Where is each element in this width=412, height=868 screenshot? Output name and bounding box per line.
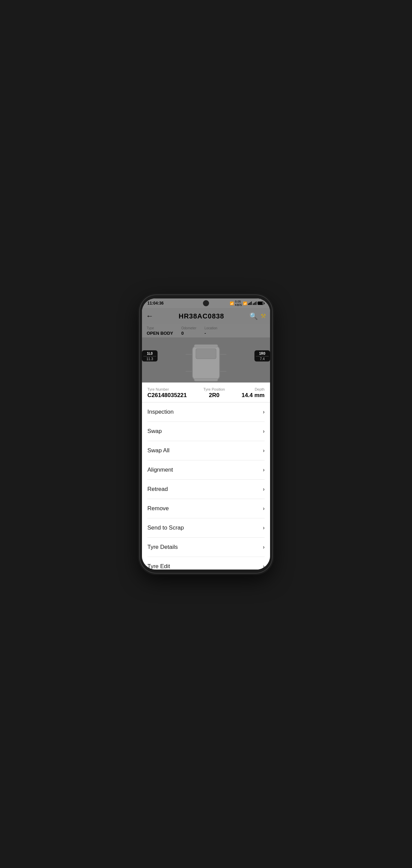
tyre-right-depth: 7.4 <box>260 357 265 361</box>
swap-chevron: › <box>263 428 265 434</box>
tyre-edit-label: Tyre Edit <box>147 563 170 570</box>
signal-icon-2 <box>253 302 256 305</box>
send-to-scrap-chevron: › <box>263 525 265 531</box>
inspection-chevron: › <box>263 409 265 415</box>
remove-label: Remove <box>147 505 169 512</box>
menu-item-alignment[interactable]: Alignment › <box>147 460 265 480</box>
menu-item-swap-all[interactable]: Swap All › <box>147 441 265 460</box>
tyre-number-col: Tyre Number C26148035221 <box>147 387 187 399</box>
network-speed: 0.05KB/S <box>235 300 242 307</box>
svg-rect-2 <box>194 378 218 381</box>
location-value: - <box>204 331 206 336</box>
inspection-label: Inspection <box>147 409 174 415</box>
tyre-depth-value: 14.4 mm <box>242 392 265 399</box>
tools-button[interactable]: ⚒ <box>261 312 266 320</box>
location-col: Location - <box>204 326 217 336</box>
tyre-edit-chevron: › <box>263 563 265 570</box>
swap-all-label: Swap All <box>147 447 169 454</box>
wifi-icon: 📶 <box>243 302 247 305</box>
odometer-label: Odometer <box>181 326 196 330</box>
menu-item-remove[interactable]: Remove › <box>147 499 265 518</box>
menu-item-tyre-edit[interactable]: Tyre Edit › <box>147 557 265 570</box>
type-col: Type OPEN BODY <box>147 326 173 336</box>
swap-all-chevron: › <box>263 448 265 454</box>
type-label: Type <box>147 326 173 330</box>
tyre-badge-left[interactable]: 1L0 11.3 <box>142 350 158 361</box>
app-background: ← HR38AC0838 🔍 ⚒ Type OPEN BODY Odometer… <box>142 308 270 383</box>
menu-item-inspection[interactable]: Inspection › <box>147 402 265 422</box>
vehicle-info-bar: Type OPEN BODY Odometer 0 Location - <box>142 324 270 337</box>
nav-bar: ← HR38AC0838 🔍 ⚒ <box>142 308 270 324</box>
camera-cutout <box>203 300 209 306</box>
menu-list: Inspection › Swap › Swap All › Alignment… <box>142 402 270 570</box>
retread-label: Retread <box>147 486 168 493</box>
menu-item-send-to-scrap[interactable]: Send to Scrap › <box>147 518 265 538</box>
alignment-label: Alignment <box>147 467 173 473</box>
menu-item-retread[interactable]: Retread › <box>147 480 265 499</box>
status-time: 11:04:36 <box>147 301 164 306</box>
remove-chevron: › <box>263 505 265 512</box>
battery-icon <box>258 302 265 305</box>
tyre-depth-col: Depth 14.4 mm <box>242 387 265 399</box>
tyre-details-chevron: › <box>263 544 265 550</box>
tyre-position-value: 2R0 <box>209 392 220 399</box>
location-label: Location <box>204 326 217 330</box>
status-icons: 📶 0.05KB/S 📶 <box>230 300 265 307</box>
tyre-number-label: Tyre Number <box>147 387 169 391</box>
tyre-depth-label: Depth <box>255 387 265 391</box>
odometer-value: 0 <box>181 331 184 336</box>
odometer-col: Odometer 0 <box>181 326 196 336</box>
bluetooth-icon: 📶 <box>230 302 234 305</box>
page-title: HR38AC0838 <box>156 312 247 320</box>
tyre-position-col: Tyre Position 2R0 <box>203 387 225 399</box>
tyre-left-id: 1L0 <box>143 352 156 356</box>
status-bar: 11:04:36 📶 0.05KB/S 📶 <box>142 298 270 308</box>
menu-item-tyre-details[interactable]: Tyre Details › <box>147 538 265 557</box>
tyre-header: Tyre Number C26148035221 Tyre Position 2… <box>142 383 270 402</box>
tyre-details-label: Tyre Details <box>147 544 178 551</box>
menu-item-swap[interactable]: Swap › <box>147 422 265 441</box>
send-to-scrap-label: Send to Scrap <box>147 524 184 531</box>
type-value: OPEN BODY <box>147 331 173 336</box>
tyre-position-label: Tyre Position <box>203 387 225 391</box>
search-button[interactable]: 🔍 <box>249 312 258 320</box>
signal-icon <box>248 302 252 305</box>
bottom-sheet: Tyre Number C26148035221 Tyre Position 2… <box>142 383 270 570</box>
back-button[interactable]: ← <box>146 312 153 321</box>
tyre-right-id: 1R0 <box>256 352 269 356</box>
svg-rect-1 <box>194 345 218 347</box>
swap-label: Swap <box>147 428 162 435</box>
alignment-chevron: › <box>263 467 265 473</box>
svg-rect-3 <box>196 349 216 359</box>
phone-frame: 11:04:36 📶 0.05KB/S 📶 <box>140 295 272 573</box>
tyre-number-value: C26148035221 <box>147 392 187 399</box>
tyre-diagram: 1L0 11.3 1R0 7.4 <box>142 337 270 383</box>
vehicle-svg <box>176 343 236 383</box>
retread-chevron: › <box>263 486 265 492</box>
tyre-left-depth: 11.3 <box>146 357 153 361</box>
tyre-badge-right[interactable]: 1R0 7.4 <box>254 350 270 361</box>
phone-screen: 11:04:36 📶 0.05KB/S 📶 <box>142 298 270 570</box>
